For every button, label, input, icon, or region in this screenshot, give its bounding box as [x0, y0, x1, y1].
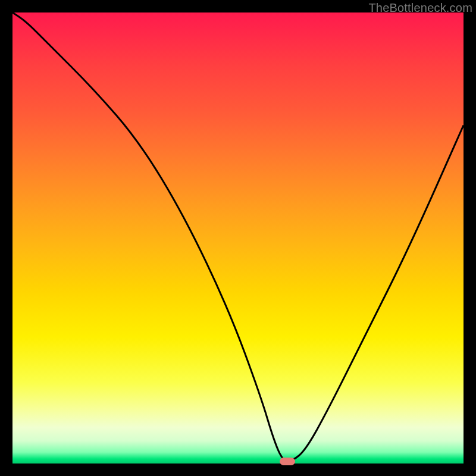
- bottleneck-curve: [0, 0, 476, 476]
- optimal-marker: [280, 458, 295, 465]
- watermark-text: TheBottleneck.com: [368, 1, 472, 15]
